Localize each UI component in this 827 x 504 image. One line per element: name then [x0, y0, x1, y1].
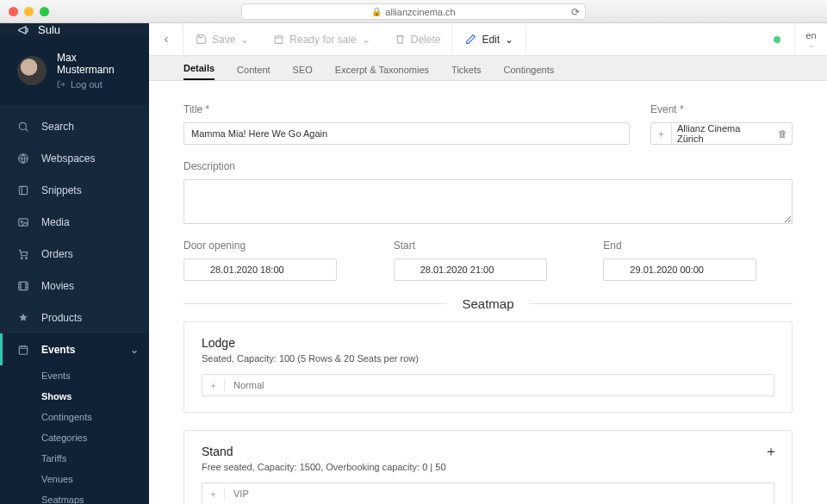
- start-label: Start: [394, 240, 583, 252]
- chevron-left-icon: [161, 34, 171, 45]
- subnav-categories[interactable]: Categories: [0, 427, 149, 448]
- subnav-tariffs[interactable]: Tariffs: [0, 448, 149, 469]
- title-label: Title *: [183, 103, 630, 115]
- browser-chrome: 🔒 allianzcinema.ch ⟳: [0, 0, 827, 23]
- tab-contingents[interactable]: Contingents: [504, 65, 555, 80]
- globe-icon: [17, 152, 29, 165]
- tab-seo[interactable]: SEO: [293, 65, 313, 80]
- save-icon: [196, 34, 207, 45]
- nav-events[interactable]: Events ⌄: [0, 333, 149, 365]
- description-input[interactable]: [183, 179, 793, 224]
- tab-content[interactable]: Content: [237, 65, 270, 80]
- edit-button[interactable]: Edit ⌄: [453, 23, 525, 55]
- subnav-seatmaps[interactable]: Seatmaps: [0, 489, 149, 504]
- trash-icon[interactable]: 🗑: [773, 128, 792, 139]
- reload-icon[interactable]: ⟳: [571, 6, 580, 18]
- section-sub: Free seated, Capacity: 1500, Overbooking…: [202, 462, 774, 472]
- nav-label: Events: [41, 344, 75, 356]
- delete-label: Delete: [411, 34, 441, 46]
- event-label: Event *: [650, 103, 793, 115]
- plus-icon[interactable]: ＋: [202, 488, 225, 501]
- subnav-shows[interactable]: Shows: [0, 386, 149, 407]
- event-select[interactable]: ＋ Allianz Cinema Zürich 🗑: [650, 122, 793, 145]
- ready-label: Ready for sale: [289, 34, 356, 46]
- toolbar: Save ⌄ Ready for sale ⌄ Delete Edit ⌄: [149, 23, 827, 56]
- nav-search[interactable]: Search: [0, 110, 149, 142]
- trash-icon: [395, 34, 406, 45]
- form-tabs: Details Content SEO Excerpt & Taxonomies…: [149, 56, 827, 81]
- field-start: Start 🗓: [394, 240, 583, 281]
- chip-label: Normal: [225, 380, 272, 390]
- svg-point-6: [26, 257, 28, 258]
- nav-label: Media: [41, 216, 70, 228]
- language-switcher[interactable]: en ⌄: [794, 23, 827, 55]
- lang-label: en: [805, 30, 816, 40]
- field-event: Event * ＋ Allianz Cinema Zürich 🗑: [650, 103, 793, 145]
- cart-icon: [17, 248, 29, 260]
- add-button[interactable]: ＋: [764, 443, 778, 461]
- nav-orders[interactable]: Orders: [0, 238, 149, 270]
- subnav-contingents[interactable]: Contingents: [0, 407, 149, 427]
- edit-label: Edit: [482, 34, 500, 46]
- save-button[interactable]: Save ⌄: [183, 23, 261, 55]
- svg-point-4: [21, 221, 22, 222]
- window-minimize[interactable]: [24, 7, 34, 16]
- events-subnav: Events Shows Contingents Categories Tari…: [0, 365, 149, 504]
- description-label: Description: [183, 160, 793, 172]
- address-bar[interactable]: 🔒 allianzcinema.ch ⟳: [241, 3, 586, 20]
- form-area[interactable]: Title * Event * ＋ Allianz Cinema Zürich …: [149, 81, 827, 504]
- back-button[interactable]: [149, 23, 183, 55]
- section-sub: Seated, Capacity: 100 (5 Rows & 20 Seats…: [202, 353, 774, 364]
- chevron-down-icon: ⌄: [505, 34, 513, 46]
- subnav-venues[interactable]: Venues: [0, 469, 149, 489]
- tab-excerpt[interactable]: Excerpt & Taxonomies: [335, 65, 429, 80]
- brand-label: Sulu: [38, 23, 60, 36]
- event-value: Allianz Cinema Zürich: [672, 123, 773, 144]
- film-icon: [17, 280, 29, 292]
- nav-label: Webspaces: [41, 152, 95, 165]
- star-icon: [17, 312, 29, 324]
- title-input[interactable]: [183, 122, 630, 145]
- pencil-icon: [465, 34, 476, 45]
- nav-webspaces[interactable]: Webspaces: [0, 142, 149, 174]
- logout-link[interactable]: Log out: [57, 79, 135, 90]
- nav-media[interactable]: Media: [0, 206, 149, 238]
- end-input[interactable]: [603, 258, 756, 281]
- tariff-chip[interactable]: ＋ VIP: [202, 482, 774, 504]
- user-name: Max Mustermann: [57, 52, 135, 76]
- window-close[interactable]: [9, 7, 18, 16]
- avatar[interactable]: [17, 56, 47, 85]
- user-block: Max Mustermann Log out: [0, 36, 149, 105]
- chevron-down-icon: ⌄: [130, 344, 139, 356]
- tab-tickets[interactable]: Tickets: [451, 65, 481, 80]
- field-description: Description: [183, 160, 793, 224]
- nav-snippets[interactable]: Snippets: [0, 174, 149, 206]
- door-input[interactable]: [183, 258, 337, 281]
- logout-icon: [57, 80, 65, 89]
- chevron-down-icon: ⌄: [240, 34, 249, 46]
- nav-label: Orders: [41, 248, 73, 260]
- delete-button[interactable]: Delete: [382, 23, 453, 55]
- start-input[interactable]: [394, 258, 547, 281]
- field-title: Title *: [183, 103, 630, 145]
- note-icon: [17, 184, 29, 196]
- content: Save ⌄ Ready for sale ⌄ Delete Edit ⌄: [149, 23, 827, 504]
- nav-products[interactable]: Products: [0, 302, 149, 333]
- brand[interactable]: Sulu: [0, 23, 149, 36]
- section-title: Stand: [202, 445, 774, 458]
- svg-rect-8: [19, 345, 27, 353]
- nav-movies[interactable]: Movies: [0, 270, 149, 302]
- lock-icon: 🔒: [371, 7, 382, 16]
- plus-icon[interactable]: ＋: [651, 123, 672, 144]
- seatmap-title: Seatmap: [446, 296, 529, 311]
- tariff-chip[interactable]: ＋ Normal: [202, 374, 774, 396]
- window-zoom[interactable]: [40, 7, 49, 16]
- tab-details[interactable]: Details: [183, 63, 215, 80]
- ready-button[interactable]: Ready for sale ⌄: [261, 23, 382, 55]
- sidebar: Sulu Max Mustermann Log out Search Websp…: [0, 23, 149, 504]
- section-title: Lodge: [202, 336, 774, 350]
- subnav-events[interactable]: Events: [0, 365, 149, 386]
- calendar-icon: [273, 34, 284, 45]
- plus-icon[interactable]: ＋: [202, 379, 225, 392]
- nav-label: Products: [41, 312, 82, 324]
